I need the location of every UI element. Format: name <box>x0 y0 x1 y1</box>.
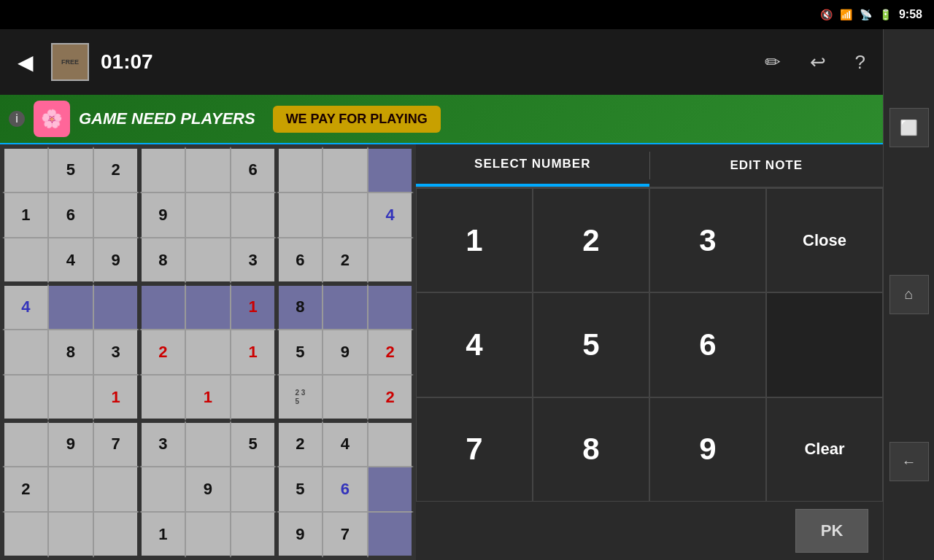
number-8-button[interactable]: 8 <box>533 397 649 502</box>
sudoku-cell[interactable]: 4 <box>2 284 48 330</box>
sudoku-cell[interactable] <box>368 284 414 330</box>
sudoku-cell[interactable] <box>323 147 368 192</box>
sudoku-cell[interactable] <box>368 147 414 192</box>
sudoku-cell[interactable] <box>185 147 231 192</box>
sudoku-cell[interactable]: 5 <box>231 421 277 467</box>
sudoku-cell[interactable]: 3 <box>231 238 277 284</box>
sudoku-cell[interactable] <box>323 284 368 330</box>
sudoku-cell[interactable]: 9 <box>93 238 139 284</box>
sudoku-cell[interactable] <box>48 512 94 558</box>
sudoku-cell[interactable] <box>2 147 48 192</box>
sudoku-cell[interactable]: 8 <box>48 330 94 376</box>
sudoku-cell[interactable] <box>185 192 231 238</box>
sudoku-cell[interactable]: 1 <box>231 330 277 376</box>
sudoku-cell[interactable]: 1 <box>2 192 48 238</box>
nav-screen-btn[interactable]: ⬜ <box>889 108 929 147</box>
sudoku-cell[interactable] <box>277 147 323 192</box>
sudoku-cell[interactable] <box>368 467 414 513</box>
sudoku-cell[interactable] <box>139 284 185 330</box>
sudoku-cell[interactable] <box>277 192 323 238</box>
sudoku-cell[interactable] <box>93 512 139 558</box>
sudoku-cell[interactable] <box>185 421 231 467</box>
sudoku-cell[interactable] <box>2 375 48 421</box>
sudoku-grid[interactable]: 52616944983624188321592112 3529735242956… <box>0 144 416 560</box>
sudoku-cell[interactable]: 5 <box>277 330 323 376</box>
sudoku-cell[interactable] <box>139 467 185 513</box>
sudoku-cell[interactable] <box>368 238 414 284</box>
tab-edit-note[interactable]: EDIT NOTE <box>650 144 884 187</box>
sudoku-cell[interactable] <box>93 467 139 513</box>
sudoku-cell[interactable]: 8 <box>277 284 323 330</box>
sudoku-cell[interactable]: 2 <box>368 375 414 421</box>
sudoku-cell[interactable] <box>185 284 231 330</box>
sudoku-cell[interactable]: 2 <box>277 421 323 467</box>
sudoku-cell[interactable] <box>93 192 139 238</box>
sudoku-cell[interactable]: 4 <box>48 238 94 284</box>
number-3-button[interactable]: 3 <box>649 188 766 292</box>
sudoku-cell[interactable]: 6 <box>231 147 277 192</box>
sudoku-cell[interactable] <box>2 512 48 558</box>
sudoku-cell[interactable]: 9 <box>48 421 94 467</box>
sudoku-cell[interactable] <box>139 375 185 421</box>
sudoku-cell[interactable] <box>185 512 231 558</box>
sudoku-cell[interactable] <box>185 238 231 284</box>
sudoku-cell[interactable]: 2 <box>139 330 185 376</box>
number-9-button[interactable]: 9 <box>649 397 766 502</box>
sudoku-cell[interactable]: 1 <box>93 375 139 421</box>
sudoku-cell[interactable]: 1 <box>139 512 185 558</box>
sudoku-cell[interactable] <box>185 330 231 376</box>
number-4-button[interactable]: 4 <box>416 292 533 397</box>
sudoku-cell[interactable] <box>93 284 139 330</box>
sudoku-cell[interactable] <box>48 375 94 421</box>
sudoku-cell[interactable]: 3 <box>93 330 139 376</box>
sudoku-cell[interactable] <box>2 330 48 376</box>
sudoku-cell[interactable] <box>368 421 414 467</box>
pk-button[interactable]: PK <box>795 509 868 553</box>
back-button[interactable]: ◀ <box>12 44 39 80</box>
sudoku-cell[interactable]: 6 <box>277 238 323 284</box>
sudoku-cell[interactable] <box>48 467 94 513</box>
nav-back-btn[interactable]: ← <box>889 442 929 481</box>
sudoku-cell[interactable]: 6 <box>48 192 94 238</box>
pencil-button[interactable]: ✏ <box>756 45 790 79</box>
sudoku-cell[interactable]: 2 <box>323 238 368 284</box>
tab-select-number[interactable]: SELECT NUMBER <box>416 144 649 187</box>
sudoku-cell[interactable]: 4 <box>323 421 368 467</box>
sudoku-cell[interactable]: 1 <box>185 375 231 421</box>
sudoku-cell[interactable]: 2 <box>93 147 139 192</box>
sudoku-cell[interactable]: 5 <box>48 147 94 192</box>
ad-banner[interactable]: i 🌸 GAME NEED PLAYERS WE PAY FOR PLAYING <box>0 95 883 144</box>
sudoku-cell[interactable]: 2 <box>2 467 48 513</box>
nav-home-btn[interactable]: ⌂ <box>889 275 929 314</box>
sudoku-cell[interactable]: 2 <box>368 330 414 376</box>
sudoku-cell[interactable]: 6 <box>323 467 368 513</box>
sudoku-cell[interactable]: 9 <box>185 467 231 513</box>
sudoku-cell[interactable]: 1 <box>231 284 277 330</box>
sudoku-cell[interactable] <box>2 238 48 284</box>
sudoku-cell[interactable]: 7 <box>323 512 368 558</box>
clear-button[interactable]: Clear <box>766 397 883 502</box>
help-button[interactable]: ? <box>846 45 874 79</box>
sudoku-cell[interactable] <box>48 284 94 330</box>
sudoku-cell[interactable] <box>323 192 368 238</box>
sudoku-cell[interactable]: 8 <box>139 238 185 284</box>
sudoku-cell[interactable] <box>2 421 48 467</box>
sudoku-cell[interactable] <box>368 512 414 558</box>
sudoku-cell[interactable] <box>231 375 277 421</box>
undo-button[interactable]: ↩ <box>801 45 835 79</box>
sudoku-cell[interactable]: 7 <box>93 421 139 467</box>
sudoku-cell[interactable] <box>231 467 277 513</box>
sudoku-cell[interactable]: 4 <box>368 192 414 238</box>
sudoku-cell[interactable]: 5 <box>277 467 323 513</box>
sudoku-cell[interactable]: 9 <box>139 192 185 238</box>
number-7-button[interactable]: 7 <box>416 397 533 502</box>
number-6-button[interactable]: 6 <box>649 292 766 397</box>
sudoku-cell[interactable] <box>323 375 368 421</box>
sudoku-cell[interactable] <box>231 512 277 558</box>
number-5-button[interactable]: 5 <box>533 292 649 397</box>
close-button[interactable]: Close <box>766 188 883 292</box>
number-1-button[interactable]: 1 <box>416 188 533 292</box>
sudoku-cell[interactable]: 3 <box>139 421 185 467</box>
number-2-button[interactable]: 2 <box>533 188 649 292</box>
sudoku-cell[interactable]: 9 <box>323 330 368 376</box>
